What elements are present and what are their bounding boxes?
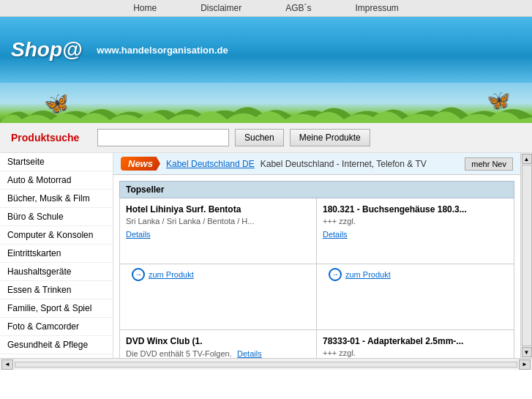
news-link[interactable]: Kabel Deutschland DE xyxy=(166,159,255,169)
nav-item-impressum[interactable]: Impressum xyxy=(356,3,399,13)
sidebar-item-10[interactable]: Gesundheit & Pflege xyxy=(0,336,113,354)
scroll-left-button[interactable]: ◄ xyxy=(1,359,13,370)
zum-produkt-row-0: → zum Produkt xyxy=(126,264,310,287)
news-description: Kabel Deutschland - Internet, Telefon & … xyxy=(261,159,427,169)
product-subtitle-2: Die DVD enthält 5 TV-Folgen. xyxy=(126,349,232,358)
sidebar-item-11[interactable]: Handy, Telefon & Fax xyxy=(0,354,113,358)
product-title-2: DVD Winx Club (1. xyxy=(126,336,310,346)
topseller-section: Topseller Hotel Lihiniya Surf. Bentota S… xyxy=(113,175,520,358)
sidebar-item-4[interactable]: Computer & Konsolen xyxy=(0,226,113,245)
sidebar-item-9[interactable]: Foto & Camcorder xyxy=(0,318,113,336)
content-wrapper: StartseiteAuto & MotorradBücher, Musik &… xyxy=(0,153,532,358)
product-title-3: 78333-01 - Adapterkabel 2.5mm-... xyxy=(323,336,508,346)
nav-item-agb-s[interactable]: AGB´s xyxy=(285,3,311,13)
topseller-grid: Hotel Lihiniya Surf. Bentota Sri Lanka /… xyxy=(119,198,514,358)
product-cell-zum-0: → zum Produkt xyxy=(120,264,317,330)
product-cell-0: Hotel Lihiniya Surf. Bentota Sri Lanka /… xyxy=(120,198,317,264)
vertical-scrollbar: ▲ ▼ xyxy=(520,153,532,358)
sidebar-item-1[interactable]: Auto & Motorrad xyxy=(0,171,113,190)
my-products-button[interactable]: Meine Produkte xyxy=(290,129,370,146)
main-layout: StartseiteAuto & MotorradBücher, Musik &… xyxy=(0,153,520,358)
scroll-track xyxy=(522,165,532,346)
mehr-news-button[interactable]: mehr Nev xyxy=(465,157,513,171)
product-details-0[interactable]: Details xyxy=(126,230,151,239)
nature-banner: 🦋 🦋 xyxy=(0,83,532,123)
product-subtitle-1: +++ zzgl. xyxy=(323,217,508,225)
sidebar-item-0[interactable]: Startseite xyxy=(0,153,113,171)
product-subtitle-0: Sri Lanka / Sri Lanka / Bentota / H... xyxy=(126,217,310,225)
sidebar-item-8[interactable]: Familie, Sport & Spiel xyxy=(0,299,113,318)
product-title-0: Hotel Lihiniya Surf. Bentota xyxy=(126,204,310,215)
product-cell-1: 180.321 - Buchsengehäuse 180.3... +++ zz… xyxy=(317,198,514,264)
grass-decoration xyxy=(0,101,532,123)
top-navigation: HomeDisclaimerAGB´sImpressum xyxy=(0,0,532,17)
header: Shop@ www.handelsorganisation.de xyxy=(0,17,532,83)
search-input[interactable] xyxy=(97,129,229,146)
sidebar-item-6[interactable]: Haushaltsgeräte xyxy=(0,263,113,281)
search-label: Produktsuche xyxy=(11,132,84,143)
site-url: www.handelsorganisation.de xyxy=(97,45,228,56)
zum-produkt-link-1[interactable]: zum Produkt xyxy=(345,270,391,279)
topseller-header: Topseller xyxy=(119,181,514,198)
scroll-right-button[interactable]: ► xyxy=(519,359,531,370)
product-details-1[interactable]: Details xyxy=(323,230,348,239)
product-cell-2: DVD Winx Club (1. Die DVD enthält 5 TV-F… xyxy=(120,330,317,358)
sidebar: StartseiteAuto & MotorradBücher, Musik &… xyxy=(0,153,113,358)
scroll-down-button[interactable]: ▼ xyxy=(522,347,532,357)
product-cell-3: 78333-01 - Adapterkabel 2.5mm-... +++ zz… xyxy=(317,330,514,358)
product-title-1: 180.321 - Buchsengehäuse 180.3... xyxy=(323,204,508,215)
sidebar-item-2[interactable]: Bücher, Musik & Film xyxy=(0,190,113,208)
zum-produkt-link-0[interactable]: zum Produkt xyxy=(149,270,194,279)
arrow-icon-0: → xyxy=(132,268,145,281)
news-badge: News xyxy=(121,157,160,171)
search-button[interactable]: Suchen xyxy=(235,129,284,146)
nav-item-disclaimer[interactable]: Disclaimer xyxy=(201,3,241,13)
product-subtitle-3: +++ zzgl. xyxy=(323,348,508,357)
zum-produkt-row-1: → zum Produkt xyxy=(323,264,508,287)
sidebar-item-5[interactable]: Eintrittskarten xyxy=(0,245,113,263)
product-details-2[interactable]: Details xyxy=(237,349,262,358)
arrow-icon-1: → xyxy=(329,268,342,281)
nav-item-home[interactable]: Home xyxy=(133,3,157,13)
sidebar-item-7[interactable]: Essen & Trinken xyxy=(0,281,113,299)
butterfly-right-icon: 🦋 xyxy=(487,89,510,112)
site-logo[interactable]: Shop@ xyxy=(11,38,82,61)
search-bar: Produktsuche Suchen Meine Produkte xyxy=(0,123,532,153)
horizontal-scrollbar: ◄ ► xyxy=(0,358,532,370)
scroll-up-button[interactable]: ▲ xyxy=(522,154,532,164)
news-bar: News Kabel Deutschland DE Kabel Deutschl… xyxy=(113,153,520,175)
h-scroll-track xyxy=(15,362,517,368)
sidebar-item-3[interactable]: Büro & Schule xyxy=(0,208,113,226)
product-cell-zum-1: → zum Produkt xyxy=(317,264,514,330)
main-content: News Kabel Deutschland DE Kabel Deutschl… xyxy=(113,153,520,358)
